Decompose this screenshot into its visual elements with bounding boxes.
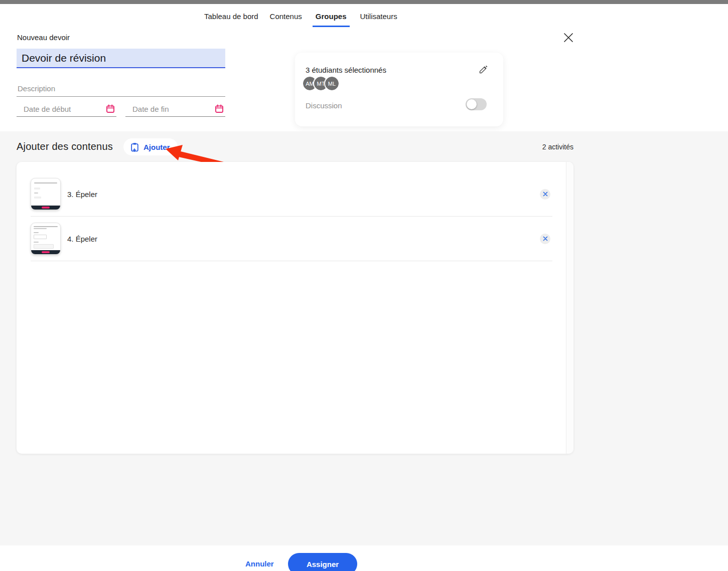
- student-avatars: AM MT ML: [303, 77, 339, 90]
- avatar: ML: [325, 77, 339, 90]
- end-date-input[interactable]: [125, 102, 225, 116]
- thumbnail-pill: [42, 207, 50, 209]
- activity-label: 3. Épeler: [67, 190, 97, 199]
- edit-pencil-icon[interactable]: [478, 65, 488, 75]
- dialog-footer: Annuler Assigner: [0, 545, 728, 571]
- remove-activity-icon[interactable]: [540, 234, 550, 244]
- new-assignment-label: Nouveau devoir: [17, 33, 70, 42]
- tab-utilisateurs[interactable]: Utilisateurs: [359, 12, 398, 26]
- scrollbar-track[interactable]: [566, 162, 573, 454]
- clipboard-plus-icon: [131, 142, 139, 152]
- end-date-field: [125, 102, 225, 117]
- activity-thumbnail: [31, 223, 61, 255]
- close-icon[interactable]: [562, 32, 574, 44]
- cancel-button[interactable]: Annuler: [245, 559, 274, 568]
- assign-button[interactable]: Assigner: [288, 553, 357, 571]
- toggle-knob: [467, 99, 477, 109]
- description-input[interactable]: [17, 80, 225, 97]
- add-content-label: Ajouter: [143, 143, 170, 151]
- tab-tableau-de-bord[interactable]: Tableau de bord: [203, 12, 259, 26]
- main-tabs: Tableau de bord Contenus Groupes Utilisa…: [203, 12, 398, 27]
- activity-list: 3. Épeler 4. Épeler: [17, 162, 573, 261]
- window-top-bar: [0, 0, 728, 4]
- activities-count: 2 activités: [539, 143, 573, 151]
- discussion-toggle[interactable]: [466, 98, 487, 110]
- selected-students-card: 3 étudiants sélectionnés AM MT ML Discus…: [295, 53, 503, 126]
- activity-row: 3. Épeler: [31, 172, 552, 217]
- remove-activity-icon[interactable]: [540, 189, 550, 200]
- start-date-field: [17, 102, 116, 117]
- activity-thumbnail: [31, 178, 61, 210]
- contents-heading: Ajouter des contenus: [17, 141, 113, 152]
- assignment-title-input[interactable]: [17, 49, 225, 68]
- calendar-icon[interactable]: [215, 104, 224, 113]
- add-content-button[interactable]: Ajouter: [123, 138, 178, 155]
- tab-groupes[interactable]: Groupes: [313, 12, 350, 27]
- selected-students-count: 3 étudiants sélectionnés: [306, 66, 386, 74]
- activity-label: 4. Épeler: [67, 235, 97, 243]
- activities-panel: 3. Épeler 4. Épeler: [17, 162, 573, 454]
- activity-row: 4. Épeler: [31, 217, 552, 261]
- start-date-input[interactable]: [17, 102, 116, 116]
- discussion-label: Discussion: [306, 101, 342, 110]
- calendar-icon[interactable]: [106, 104, 115, 113]
- thumbnail-pill: [42, 251, 50, 253]
- tab-contenus[interactable]: Contenus: [269, 12, 303, 26]
